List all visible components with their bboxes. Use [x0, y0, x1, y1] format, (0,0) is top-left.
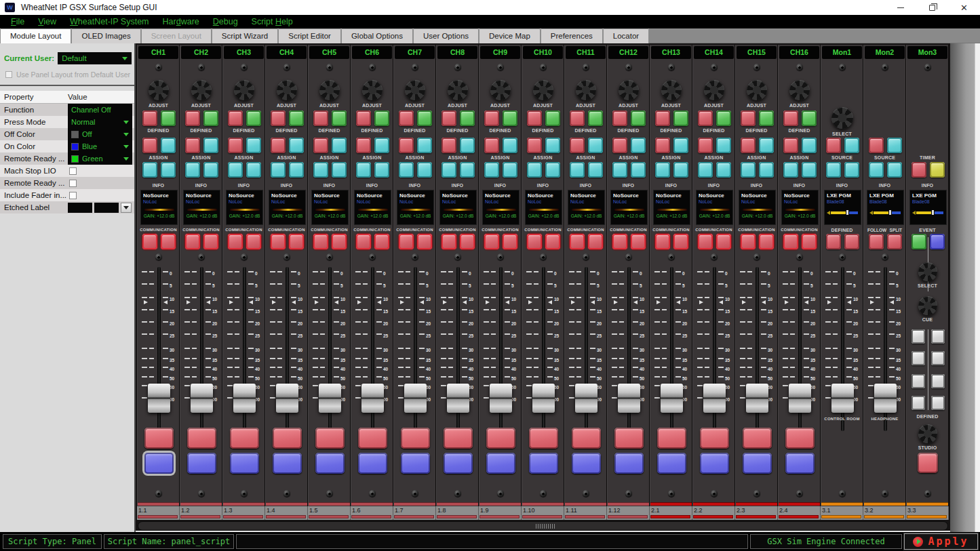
- channel-fader[interactable]: 0510152025303540506000: [565, 266, 608, 436]
- current-user-dropdown[interactable]: Default: [58, 52, 132, 64]
- fader-handle[interactable]: [874, 384, 897, 413]
- channel-off-button[interactable]: [315, 453, 345, 474]
- channel-fader[interactable]: 0510152025303540506000: [693, 266, 736, 436]
- source-button-4[interactable]: [887, 162, 902, 178]
- assign-button-3[interactable]: [271, 162, 286, 178]
- assign-button-1[interactable]: [356, 138, 371, 153]
- communication-button-2[interactable]: [631, 234, 646, 249]
- tab-screen-layout[interactable]: Screen Layout: [141, 28, 212, 43]
- menu-item-script-help[interactable]: Script Help: [245, 15, 300, 28]
- adjust-knob[interactable]: [149, 80, 169, 100]
- split-button[interactable]: [887, 234, 902, 249]
- assign-button-1[interactable]: [313, 138, 328, 153]
- channel-off-button[interactable]: [785, 453, 815, 474]
- fader-handle[interactable]: [661, 384, 683, 413]
- property-value[interactable]: [68, 201, 132, 213]
- assign-button-2[interactable]: [246, 138, 261, 153]
- module-slot-1.11[interactable]: 1.11: [564, 506, 607, 520]
- module-slot-3.1[interactable]: 3.1: [821, 506, 863, 520]
- studio-button[interactable]: [918, 453, 938, 473]
- channel-fader[interactable]: 0510152025303540506000: [309, 266, 351, 436]
- module-slot-2.1[interactable]: 2.1: [650, 506, 692, 520]
- tab-global-options[interactable]: Global Options: [341, 28, 413, 43]
- assign-button-4[interactable]: [161, 162, 176, 178]
- module-slot-1.7[interactable]: 1.7: [393, 506, 436, 520]
- channel-on-button[interactable]: [700, 428, 729, 449]
- defined-button-2[interactable]: [246, 110, 261, 126]
- communication-button-2[interactable]: [203, 234, 218, 249]
- adjust-knob[interactable]: [789, 80, 810, 100]
- tab-device-map[interactable]: Device Map: [479, 28, 541, 43]
- defined-button-2[interactable]: [759, 110, 774, 126]
- assign-button-4[interactable]: [417, 162, 432, 178]
- defined-button-2[interactable]: [161, 110, 176, 126]
- communication-button-1[interactable]: [142, 234, 157, 249]
- communication-button-1[interactable]: [399, 234, 414, 249]
- adjust-knob[interactable]: [704, 80, 724, 100]
- channel-fader[interactable]: 0510152025303540506000: [351, 266, 394, 436]
- property-value[interactable]: Off: [68, 128, 132, 140]
- tab-locator[interactable]: Locator: [603, 28, 649, 43]
- assign-button-1[interactable]: [271, 138, 286, 153]
- assign-button-2[interactable]: [673, 138, 688, 153]
- assign-button-3[interactable]: [698, 162, 713, 178]
- assign-button-2[interactable]: [203, 138, 218, 153]
- defined-grid-button-5[interactable]: [912, 374, 925, 388]
- assign-button-4[interactable]: [802, 162, 817, 178]
- assign-button-3[interactable]: [313, 162, 328, 178]
- communication-button-1[interactable]: [655, 234, 670, 249]
- channel-off-button[interactable]: [401, 453, 430, 474]
- tab-user-options[interactable]: User Options: [413, 28, 479, 43]
- assign-button-4[interactable]: [631, 162, 646, 178]
- defined-button-2[interactable]: [503, 110, 517, 126]
- channel-fader[interactable]: 0510152025303540506000: [138, 266, 180, 436]
- source-button-1[interactable]: [826, 138, 841, 153]
- communication-button-2[interactable]: [673, 234, 688, 249]
- tab-preferences[interactable]: Preferences: [541, 28, 603, 43]
- etched-label-field-2[interactable]: [94, 203, 119, 213]
- defined-button-2[interactable]: [332, 110, 347, 126]
- assign-button-2[interactable]: [759, 138, 774, 153]
- module-slot-2.4[interactable]: 2.4: [778, 506, 821, 520]
- source-button-2[interactable]: [844, 138, 859, 153]
- close-button[interactable]: ✕: [948, 0, 980, 15]
- use-panel-layout-checkbox[interactable]: [5, 71, 12, 78]
- defined-button-1[interactable]: [228, 110, 243, 126]
- event-button-blue[interactable]: [930, 234, 945, 249]
- channel-fader[interactable]: 0510152025303540506000: [821, 266, 864, 436]
- channel-on-button[interactable]: [358, 428, 387, 449]
- adjust-knob[interactable]: [747, 80, 767, 100]
- defined-button-2[interactable]: [417, 110, 432, 126]
- source-button-2[interactable]: [887, 138, 902, 153]
- assign-button-2[interactable]: [161, 138, 176, 153]
- tab-script-wizard[interactable]: Script Wizard: [212, 28, 278, 43]
- module-slot-1.9[interactable]: 1.9: [479, 506, 522, 520]
- module-slot-1.6[interactable]: 1.6: [351, 506, 393, 520]
- adjust-knob[interactable]: [576, 80, 596, 100]
- defined-grid-button-4[interactable]: [931, 351, 945, 365]
- assign-button-3[interactable]: [356, 162, 371, 178]
- defined-grid-button-1[interactable]: [912, 329, 925, 344]
- assign-button-4[interactable]: [545, 162, 560, 178]
- assign-button-2[interactable]: [802, 138, 817, 153]
- adjust-knob[interactable]: [448, 80, 468, 100]
- module-slot-1.8[interactable]: 1.8: [436, 506, 479, 520]
- vertical-scrollbar[interactable]: [975, 43, 980, 532]
- fader-handle[interactable]: [618, 384, 640, 413]
- channel-fader[interactable]: 0510152025303540506000: [266, 266, 309, 436]
- channel-fader[interactable]: 0510152025303540506000: [394, 266, 437, 436]
- assign-button-1[interactable]: [399, 138, 414, 153]
- communication-button-1[interactable]: [783, 234, 798, 249]
- defined-grid-button-7[interactable]: [912, 396, 925, 410]
- assign-button-4[interactable]: [203, 162, 218, 178]
- adjust-knob[interactable]: [405, 80, 425, 100]
- channel-on-button[interactable]: [315, 428, 345, 449]
- minimize-button[interactable]: [884, 0, 916, 15]
- defined-button-1[interactable]: [185, 110, 200, 126]
- assign-button-1[interactable]: [655, 138, 670, 153]
- defined-button-1[interactable]: [484, 110, 499, 126]
- channel-on-button[interactable]: [529, 428, 558, 449]
- communication-button-1[interactable]: [612, 234, 627, 249]
- assign-button-2[interactable]: [631, 138, 646, 153]
- assign-button-4[interactable]: [759, 162, 774, 178]
